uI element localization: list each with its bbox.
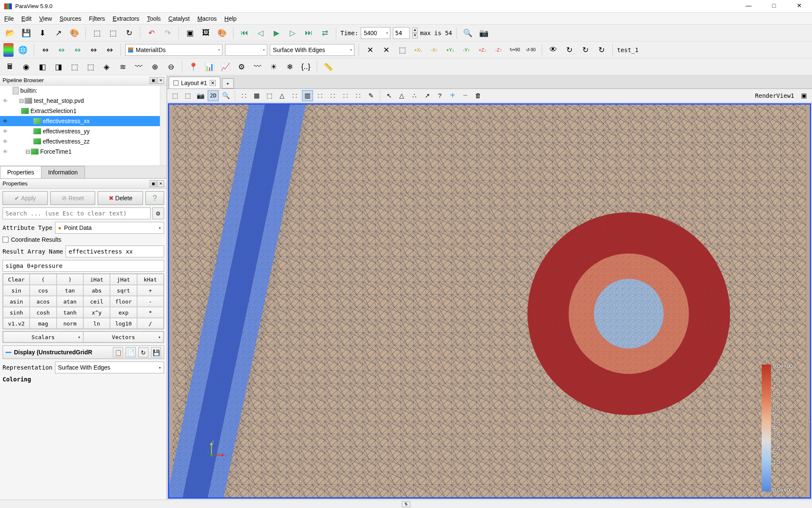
select-tool-icon[interactable]: ⸬ (289, 90, 300, 101)
tree-item-builtin[interactable]: builtin: (0, 86, 167, 96)
color-globe-icon[interactable]: 🌐 (16, 43, 30, 57)
open-file-icon[interactable]: 📂 (3, 26, 17, 40)
minus-y-icon[interactable]: -Y↑ (460, 43, 473, 57)
minus-z-icon[interactable]: -Z↑ (492, 43, 505, 57)
calc-button[interactable]: tan (57, 285, 83, 296)
close-panel-button[interactable]: ✕ (157, 77, 164, 84)
save-data-icon[interactable]: ⬇ (36, 26, 49, 40)
loop1-icon[interactable]: ↻ (562, 43, 576, 57)
minus-x-icon[interactable]: -X↑ (428, 43, 441, 57)
clip-icon[interactable]: ◧ (36, 60, 49, 74)
expander-icon[interactable]: ⊟ (19, 97, 25, 104)
tool1-icon[interactable]: ⚙ (235, 60, 248, 74)
calc-button[interactable]: asin (3, 296, 30, 307)
select-tool-icon[interactable]: ⸬ (315, 90, 326, 101)
reload-icon[interactable]: ↻ (122, 26, 136, 40)
calc-button[interactable]: cosh (30, 307, 56, 318)
calc-button[interactable]: mag (30, 318, 56, 329)
calc-button[interactable]: norm (57, 318, 83, 329)
ruler-icon[interactable]: 📏 (321, 60, 335, 74)
reset-button[interactable]: ⊘Reset (50, 191, 96, 205)
scalars-button[interactable]: Scalars (3, 331, 83, 342)
trash-icon[interactable]: 🗑 (472, 90, 483, 101)
extract-icon[interactable]: ⬚ (84, 60, 97, 74)
tool4-icon[interactable]: ❄ (283, 60, 296, 74)
select-tool-icon[interactable]: ▥ (302, 90, 313, 101)
disconnect-icon[interactable]: 🎨 (68, 26, 81, 40)
tree-item-stress-zz[interactable]: 👁 effectivestress_zz (0, 136, 167, 146)
select-tool-icon[interactable]: ⸬ (353, 90, 364, 101)
select-tool-icon[interactable]: ⸬ (340, 90, 351, 101)
2d-mode-button[interactable]: 2D (208, 90, 219, 101)
dots-icon[interactable]: ∴ (409, 90, 420, 101)
menu-edit[interactable]: Edit (22, 15, 32, 22)
calc-button[interactable]: cos (30, 285, 56, 296)
search-input[interactable] (3, 207, 151, 219)
render-tool-icon[interactable]: ⬚ (182, 90, 193, 101)
calc-button[interactable]: * (137, 307, 164, 318)
minus-icon[interactable]: − (460, 90, 471, 101)
attribute-type-combo[interactable]: ●Point Data (55, 222, 164, 234)
maximize-button[interactable]: □ (765, 2, 782, 11)
eye-icon[interactable]: 👁 (3, 98, 10, 104)
rescale2-icon[interactable]: ⇔ (55, 43, 68, 57)
tool5-icon[interactable]: {..} (299, 60, 313, 74)
cube2-icon[interactable]: ⬚ (106, 26, 120, 40)
pipeline-tree[interactable]: builtin: 👁 ⊟ test_heat_stop.pvd ExtractS… (0, 86, 167, 166)
eye-icon[interactable]: 👁 (3, 128, 10, 135)
dock-button[interactable]: ▣ (150, 180, 156, 187)
close-panel-button[interactable]: ✕ (157, 180, 164, 187)
eye-icon[interactable]: 👁 (3, 149, 10, 155)
calc-button[interactable]: ln (83, 318, 110, 329)
calc-button[interactable]: iHat (83, 274, 110, 285)
first-frame-icon[interactable]: ⏮ (238, 26, 251, 40)
tab-information[interactable]: Information (41, 166, 85, 178)
histogram-icon[interactable]: 📈 (219, 60, 232, 74)
probe-icon[interactable]: 📍 (187, 60, 200, 74)
calc-button[interactable]: sinh (3, 307, 30, 318)
screenshot-icon[interactable]: 🖼 (199, 26, 213, 40)
calc-button[interactable]: exp (110, 307, 137, 318)
contour-icon[interactable]: ◉ (19, 60, 33, 74)
last-frame-icon[interactable]: ⏭ (302, 26, 315, 40)
eye-icon[interactable]: 👁 (3, 118, 10, 124)
calc-button[interactable]: x^y (83, 307, 110, 318)
tab-close-icon[interactable]: ✕ (210, 80, 216, 86)
menu-macros[interactable]: Macros (198, 15, 217, 22)
tool2-icon[interactable]: 〰 (251, 60, 264, 74)
next-frame-icon[interactable]: ▷ (286, 26, 299, 40)
calc-button[interactable]: floor (110, 296, 137, 307)
cube-icon[interactable]: ⬚ (90, 26, 104, 40)
select-tool-icon[interactable]: ✎ (365, 90, 376, 101)
tree-item-stress-yy[interactable]: 👁 effectivestress_yy (0, 126, 167, 136)
plus-icon[interactable]: + (447, 90, 458, 101)
tree-item-stress-xx[interactable]: 👁 effectivestress_xx (0, 116, 167, 126)
select-tool-icon[interactable]: ⸬ (327, 90, 338, 101)
loop3-icon[interactable]: ↻ (595, 43, 608, 57)
status-button[interactable]: ⇅ (402, 501, 410, 507)
plus-x-icon[interactable]: +X↓ (411, 43, 425, 57)
calc-button[interactable]: jHat (110, 274, 137, 285)
calc-button[interactable]: v1.v2 (3, 318, 30, 329)
calc-button[interactable]: - (137, 296, 164, 307)
calc-button[interactable]: ceil (83, 296, 110, 307)
tree-item-forcetime[interactable]: 👁 ⊟ ForceTime1 (0, 146, 167, 157)
step-down-icon[interactable]: ▼ (412, 33, 417, 39)
loop2-icon[interactable]: ↻ (579, 43, 592, 57)
select-tool-icon[interactable]: ⬚ (264, 90, 275, 101)
calc-button[interactable]: Clear (3, 274, 30, 285)
maximize-view-icon[interactable]: ▣ (798, 90, 809, 101)
menu-file[interactable]: File (4, 15, 14, 22)
expression-input[interactable] (3, 260, 164, 272)
calc-button[interactable]: / (137, 318, 164, 329)
glyph-icon[interactable]: ◈ (100, 60, 113, 74)
prev-frame-icon[interactable]: ◁ (254, 26, 267, 40)
tree-item-extract[interactable]: ExtractSelection1 (0, 106, 167, 116)
menu-tools[interactable]: Tools (147, 15, 161, 22)
vectors-button[interactable]: Vectors (83, 331, 164, 342)
rotate-minus90-icon[interactable]: ↺-90 (524, 43, 538, 57)
loop-icon[interactable]: ⇄ (318, 26, 332, 40)
slice-icon[interactable]: ◨ (52, 60, 65, 74)
menu-view[interactable]: View (39, 15, 52, 22)
save-icon[interactable]: 💾 (19, 26, 33, 40)
